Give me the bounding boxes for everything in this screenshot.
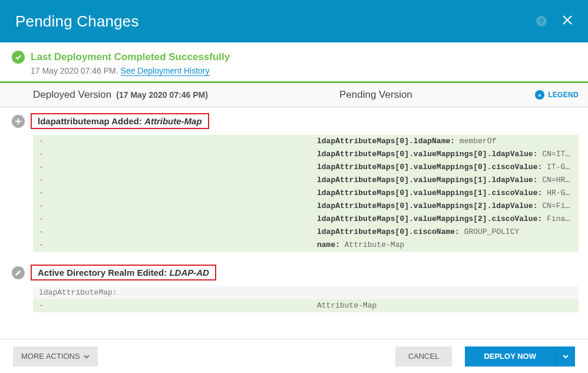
change-header: Active Directory Realm Edited: LDAP-AD: [0, 263, 588, 284]
diff-right-value: CN=IT-Gr…: [537, 150, 579, 159]
diff-row: -ldapAttributeMaps[0].ciscoName: GROUP_P…: [33, 226, 579, 239]
diff-right-key: name:: [317, 240, 340, 249]
diff-right-cell: ldapAttributeMaps[0].valueMappings[2].ci…: [312, 213, 579, 226]
diff-left-cell: -: [33, 239, 312, 252]
pending-version-label: Pending Version: [339, 89, 412, 101]
diff-row: -ldapAttributeMaps[0].valueMappings[0].c…: [33, 161, 579, 174]
change-title: Active Directory Realm Edited: LDAP-AD: [31, 265, 216, 280]
change-title: ldapattributemap Added: Attribute-Map: [31, 113, 209, 129]
diff-right-value: IT-Grou…: [542, 163, 579, 171]
diff-right-cell: ldapAttributeMaps[0].valueMappings[0].ci…: [312, 161, 579, 174]
diff-right-cell: ldapAttributeMaps[0].valueMappings[0].ld…: [312, 148, 579, 161]
diff-left-cell: -: [33, 161, 312, 174]
diff-right-key: ldapAttributeMaps[0].valueMappings[2].ld…: [317, 202, 537, 210]
diff-left-cell: -: [33, 187, 312, 200]
diff-right-value: Attribute-Map: [340, 240, 404, 249]
diff-right-value: memberOf: [455, 137, 496, 146]
deploy-now-button[interactable]: DEPLOY NOW: [465, 346, 555, 367]
dialog-title: Pending Changes: [15, 12, 139, 31]
footer-bar: MORE ACTIONS CANCEL DEPLOY NOW: [0, 339, 588, 373]
diff-row: -ldapAttributeMaps[0].valueMappings[2].c…: [33, 213, 579, 226]
diff-row: -name: Attribute-Map: [33, 239, 579, 252]
added-icon: [12, 115, 25, 128]
diff-right-key: ldapAttributeMaps[0].ldapName:: [317, 137, 455, 146]
diff-left-cell: -: [33, 226, 312, 239]
diff-row: -ldapAttributeMaps[0].valueMappings[0].l…: [33, 148, 579, 161]
success-check-icon: [12, 51, 25, 64]
deployed-version-timestamp: (17 May 2020 07:46 PM): [116, 90, 208, 100]
diff-row: - Attribute-Map: [33, 299, 579, 312]
status-timestamp: 17 May 2020 07:46 PM.: [31, 66, 118, 75]
diff-right-cell: ldapAttributeMaps[0].ciscoName: GROUP_PO…: [312, 226, 579, 239]
diff-right-value: HR-Grou…: [542, 189, 579, 197]
diff-right-value: Attribute-Map: [317, 301, 376, 310]
diff-left-cell: -: [33, 213, 312, 226]
deployed-version-label: Deployed Version: [33, 89, 111, 101]
diff-right-value: GROUP_POLICY: [460, 227, 519, 236]
legend-icon: «: [535, 90, 544, 100]
diff-right-cell: ldapAttributeMaps[0].ldapName: memberOf: [312, 135, 579, 148]
diff-right-key: ldapAttributeMaps[0].valueMappings[0].ci…: [317, 163, 542, 171]
diff-table: ldapAttributeMap: - Attribute-Map: [33, 286, 579, 312]
columns-header: Deployed Version (17 May 2020 07:46 PM) …: [0, 83, 588, 107]
diff-left-cell: -: [33, 148, 312, 161]
diff-left-cell: -: [33, 135, 312, 148]
diff-right-value: Finance…: [542, 214, 579, 223]
diff-right-key: ldapAttributeMaps[0].valueMappings[0].ld…: [317, 150, 537, 159]
deployment-status: Last Deployment Completed Successfully 1…: [0, 42, 588, 83]
diff-right-key: ldapAttributeMaps[0].ciscoName:: [317, 227, 460, 236]
chevron-down-icon: [84, 354, 90, 359]
diff-right-key: ldapAttributeMaps[0].valueMappings[1].ci…: [317, 189, 542, 197]
chevron-down-icon: [563, 354, 569, 359]
legend-label: LEGEND: [548, 91, 579, 99]
diff-right-cell: ldapAttributeMaps[0].valueMappings[1].ci…: [312, 187, 579, 200]
diff-right-value: CN=Finan…: [537, 202, 579, 210]
diff-right-value: CN=HR-Gr…: [537, 176, 579, 184]
diff-left-cell: -: [33, 200, 312, 213]
title-bar: Pending Changes ?: [0, 0, 588, 42]
change-block: ldapattributemap Added: Attribute-Map-ld…: [0, 112, 588, 252]
status-heading: Last Deployment Completed Successfully: [31, 51, 230, 63]
diff-right-cell: name: Attribute-Map: [312, 239, 579, 252]
change-title-object: LDAP-AD: [169, 268, 209, 278]
cancel-button[interactable]: CANCEL: [395, 346, 452, 367]
diff-row: -ldapAttributeMaps[0].valueMappings[1].c…: [33, 187, 579, 200]
diff-left-cell: -: [33, 174, 312, 187]
edited-icon: [12, 266, 25, 279]
diff-right-cell: ldapAttributeMaps[0].valueMappings[1].ld…: [312, 174, 579, 187]
change-header: ldapattributemap Added: Attribute-Map: [0, 112, 588, 133]
diff-right-key: ldapAttributeMaps[0].valueMappings[1].ld…: [317, 176, 537, 184]
change-title-prefix: Active Directory Realm Edited:: [38, 268, 167, 278]
diff-row: -ldapAttributeMaps[0].valueMappings[1].l…: [33, 174, 579, 187]
change-title-prefix: ldapattributemap Added:: [38, 116, 142, 126]
deployment-history-link[interactable]: See Deployment History: [121, 66, 210, 76]
diff-right-key: ldapAttributeMaps[0].valueMappings[2].ci…: [317, 214, 542, 223]
diff-row: ldapAttributeMap:: [33, 286, 579, 299]
diff-right-cell: ldapAttributeMaps[0].valueMappings[2].ld…: [312, 200, 579, 213]
close-icon[interactable]: [562, 15, 573, 28]
diff-right-cell: [312, 286, 579, 299]
legend-button[interactable]: « LEGEND: [535, 90, 579, 100]
more-actions-button[interactable]: MORE ACTIONS: [13, 346, 98, 367]
changes-scroll-area[interactable]: ldapattributemap Added: Attribute-Map-ld…: [0, 107, 588, 344]
diff-row: -ldapAttributeMaps[0].valueMappings[2].l…: [33, 200, 579, 213]
more-actions-label: MORE ACTIONS: [21, 352, 80, 361]
deploy-now-dropdown[interactable]: [555, 346, 575, 367]
diff-right-cell: Attribute-Map: [312, 299, 579, 312]
diff-left-cell: ldapAttributeMap:: [33, 286, 312, 299]
change-title-object: Attribute-Map: [144, 116, 202, 126]
help-icon[interactable]: ?: [536, 16, 547, 27]
diff-row: -ldapAttributeMaps[0].ldapName: memberOf: [33, 135, 579, 148]
diff-left-cell: -: [33, 299, 312, 312]
diff-table: -ldapAttributeMaps[0].ldapName: memberOf…: [33, 135, 579, 252]
change-block: Active Directory Realm Edited: LDAP-ADld…: [0, 263, 588, 312]
